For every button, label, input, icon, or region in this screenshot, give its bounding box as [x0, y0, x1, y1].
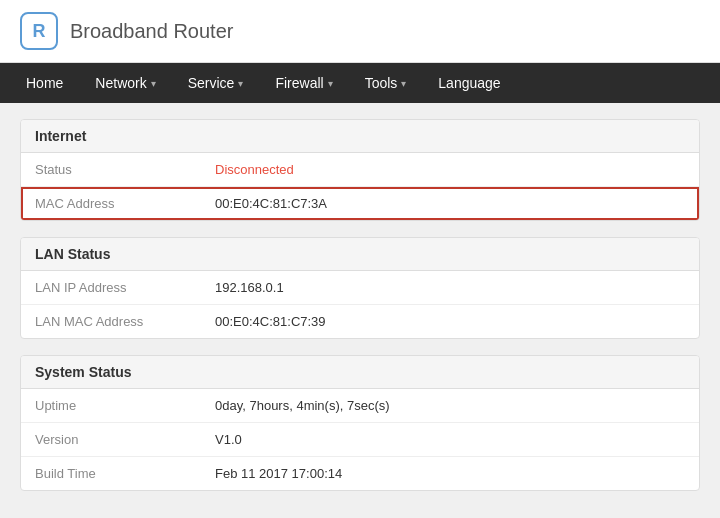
nav-arrow-icon: ▾: [151, 78, 156, 89]
row-label: LAN MAC Address: [35, 314, 215, 329]
row-value: 00:E0:4C:81:C7:3A: [215, 196, 327, 211]
nav-item-language[interactable]: Language: [422, 63, 516, 103]
table-row: StatusDisconnected: [21, 153, 699, 187]
nav-item-label: Language: [438, 75, 500, 91]
app-title: Broadband Router: [70, 20, 233, 43]
table-row: LAN IP Address192.168.0.1: [21, 271, 699, 305]
nav-item-service[interactable]: Service▾: [172, 63, 260, 103]
table-row: LAN MAC Address00:E0:4C:81:C7:39: [21, 305, 699, 338]
nav-arrow-icon: ▾: [328, 78, 333, 89]
row-label: Build Time: [35, 466, 215, 481]
system-card: System Status Uptime0day, 7hours, 4min(s…: [20, 355, 700, 491]
nav-item-home[interactable]: Home: [10, 63, 79, 103]
row-value: 192.168.0.1: [215, 280, 284, 295]
row-value: 00:E0:4C:81:C7:39: [215, 314, 326, 329]
table-row: VersionV1.0: [21, 423, 699, 457]
row-label: Version: [35, 432, 215, 447]
nav-item-label: Firewall: [275, 75, 323, 91]
row-value: V1.0: [215, 432, 242, 447]
table-row: MAC Address00:E0:4C:81:C7:3A: [21, 187, 699, 220]
logo-letter: R: [33, 21, 46, 42]
internet-card: Internet StatusDisconnectedMAC Address00…: [20, 119, 700, 221]
row-value: Disconnected: [215, 162, 294, 177]
logo-icon: R: [20, 12, 58, 50]
lan-card-title: LAN Status: [21, 238, 699, 271]
nav-arrow-icon: ▾: [401, 78, 406, 89]
row-value: 0day, 7hours, 4min(s), 7sec(s): [215, 398, 390, 413]
row-label: LAN IP Address: [35, 280, 215, 295]
row-value: Feb 11 2017 17:00:14: [215, 466, 342, 481]
table-row: Build TimeFeb 11 2017 17:00:14: [21, 457, 699, 490]
table-row: Uptime0day, 7hours, 4min(s), 7sec(s): [21, 389, 699, 423]
nav-item-label: Tools: [365, 75, 398, 91]
navbar: HomeNetwork▾Service▾Firewall▾Tools▾Langu…: [0, 63, 720, 103]
nav-item-tools[interactable]: Tools▾: [349, 63, 423, 103]
nav-item-firewall[interactable]: Firewall▾: [259, 63, 348, 103]
content: Internet StatusDisconnectedMAC Address00…: [0, 103, 720, 518]
row-label: MAC Address: [35, 196, 215, 211]
row-label: Status: [35, 162, 215, 177]
nav-item-label: Network: [95, 75, 146, 91]
nav-arrow-icon: ▾: [238, 78, 243, 89]
lan-card: LAN Status LAN IP Address192.168.0.1LAN …: [20, 237, 700, 339]
header: R Broadband Router: [0, 0, 720, 63]
row-label: Uptime: [35, 398, 215, 413]
nav-item-label: Home: [26, 75, 63, 91]
internet-card-title: Internet: [21, 120, 699, 153]
system-card-title: System Status: [21, 356, 699, 389]
nav-item-label: Service: [188, 75, 235, 91]
nav-item-network[interactable]: Network▾: [79, 63, 171, 103]
